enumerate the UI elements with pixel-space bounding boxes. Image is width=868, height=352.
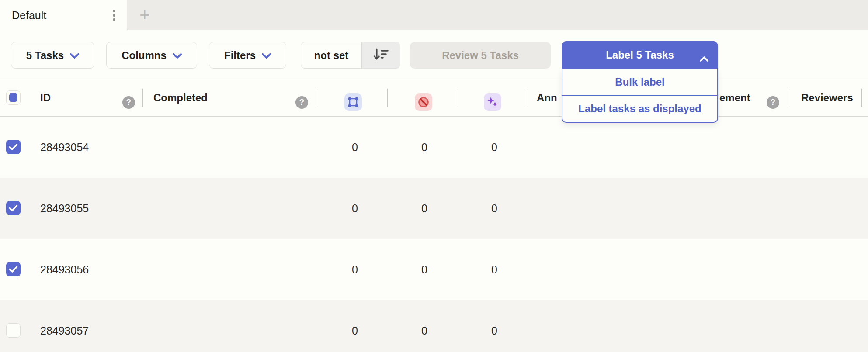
chevron-down-icon <box>262 49 271 62</box>
tasks-count-dropdown[interactable]: 5 Tasks <box>11 42 94 69</box>
annotations-column-icon[interactable] <box>344 93 362 111</box>
prohibited-icon <box>417 96 430 108</box>
cancelled-column-icon[interactable] <box>415 93 432 111</box>
sparkles-icon <box>486 96 499 108</box>
select-all-checkbox[interactable] <box>6 90 21 105</box>
column-divider[interactable] <box>861 89 862 107</box>
column-divider[interactable] <box>387 89 388 107</box>
sort-descending-icon <box>374 48 389 63</box>
row-checkbox-checked[interactable] <box>6 140 21 154</box>
row-checkbox-checked[interactable] <box>6 201 21 215</box>
column-divider[interactable] <box>528 89 528 107</box>
task-id: 28493055 <box>40 178 89 239</box>
annotations-count: 0 <box>345 300 365 352</box>
row-checkbox-checked[interactable] <box>6 262 21 276</box>
review-tasks-button[interactable]: Review 5 Tasks <box>410 42 551 69</box>
task-id: 28493054 <box>40 117 89 178</box>
sort-direction-button[interactable] <box>361 42 400 68</box>
data-manager: Default + 5 Tasks Columns Filters not se… <box>0 0 868 352</box>
filters-dropdown[interactable]: Filters <box>209 42 286 69</box>
filters-label: Filters <box>224 49 256 62</box>
predictions-count: 0 <box>485 117 504 178</box>
table-row[interactable]: 28493055 0 0 0 <box>0 178 868 239</box>
columns-label: Columns <box>122 49 167 62</box>
agreement-help-icon[interactable]: ? <box>767 96 779 109</box>
column-divider[interactable] <box>458 89 458 107</box>
bounding-box-icon <box>347 97 359 108</box>
task-id: 28493056 <box>40 239 89 300</box>
columns-dropdown[interactable]: Columns <box>106 42 197 69</box>
annotations-count: 0 <box>345 178 365 239</box>
tab-default-label: Default <box>12 9 46 22</box>
bulk-label-text: Bulk label <box>615 76 664 88</box>
cancelled-count: 0 <box>415 117 434 178</box>
column-header-reviewers[interactable]: Reviewers <box>801 79 853 117</box>
id-help-icon[interactable]: ? <box>122 96 135 109</box>
tab-default[interactable]: Default <box>0 0 127 31</box>
ordering-control: not set <box>301 42 400 69</box>
predictions-count: 0 <box>485 178 504 239</box>
cancelled-count: 0 <box>415 178 434 239</box>
menu-item-bulk-label[interactable]: Bulk label <box>562 69 717 95</box>
predictions-column-icon[interactable] <box>484 93 501 111</box>
add-tab-button[interactable]: + <box>131 3 158 26</box>
column-divider[interactable] <box>318 89 318 107</box>
column-divider[interactable] <box>142 89 143 107</box>
annotations-count: 0 <box>345 239 365 300</box>
cancelled-count: 0 <box>415 239 434 300</box>
label-tasks-label: Label 5 Tasks <box>606 49 674 61</box>
chevron-up-icon <box>700 52 708 64</box>
label-tasks-menu: Bulk label Label tasks as displayed <box>562 69 718 123</box>
column-header-annotated-by[interactable]: Ann <box>537 79 557 117</box>
chevron-down-icon <box>70 49 79 62</box>
tab-bar: Default + <box>0 0 868 30</box>
chevron-down-icon <box>173 49 182 62</box>
column-divider[interactable] <box>790 89 790 107</box>
label-tasks-button[interactable]: Label 5 Tasks <box>562 41 718 69</box>
table-row[interactable]: 28493056 0 0 0 <box>0 239 868 300</box>
row-checkbox-unchecked[interactable] <box>6 323 21 338</box>
column-header-agreement[interactable]: ement <box>719 79 750 117</box>
cancelled-count: 0 <box>415 300 434 352</box>
tab-menu-kebab-icon[interactable] <box>108 7 120 23</box>
predictions-count: 0 <box>485 239 504 300</box>
predictions-count: 0 <box>485 300 504 352</box>
ordering-value[interactable]: not set <box>301 42 361 68</box>
task-id: 28493057 <box>40 300 89 352</box>
ordering-value-label: not set <box>314 49 349 62</box>
label-tasks-as-displayed-text: Label tasks as displayed <box>578 103 701 115</box>
completed-help-icon[interactable]: ? <box>295 96 308 109</box>
review-tasks-label: Review 5 Tasks <box>442 49 519 62</box>
check-icon <box>9 266 18 273</box>
tasks-count-label: 5 Tasks <box>26 49 64 62</box>
annotations-count: 0 <box>345 117 365 178</box>
column-header-id[interactable]: ID <box>40 79 51 117</box>
table-row[interactable]: 28493054 0 0 0 <box>0 117 868 178</box>
plus-icon: + <box>139 5 149 25</box>
check-icon <box>9 204 18 212</box>
table-row[interactable]: 28493057 0 0 0 <box>0 300 868 352</box>
menu-item-label-tasks-as-displayed[interactable]: Label tasks as displayed <box>562 95 717 122</box>
check-icon <box>9 143 18 151</box>
column-header-completed[interactable]: Completed <box>153 79 208 117</box>
